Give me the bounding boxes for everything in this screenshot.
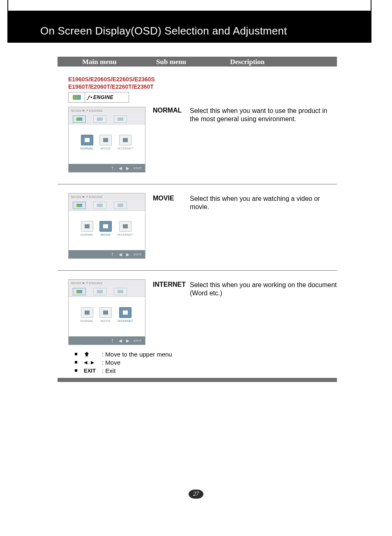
left-right-arrows-icon: ◀ , ▶ bbox=[84, 360, 102, 365]
osd-screenshot-movie: MODE▶𝑓•ENGINE NORMAL MOVIE INTERNET ⭡ ◀ … bbox=[68, 193, 145, 259]
osd-nav-bar: ⭡ ◀ ▶ EXIT bbox=[69, 250, 145, 258]
description-internet: Select this when you are working on the … bbox=[190, 281, 337, 297]
osd-tab-fengine bbox=[73, 202, 86, 209]
osd-item-normal: NORMAL bbox=[81, 221, 94, 236]
left-icon: ◀ bbox=[119, 166, 122, 170]
row-divider bbox=[58, 270, 337, 271]
osd-tabs bbox=[69, 114, 145, 124]
section-title-bar: On Screen Display(OSD) Selection and Adj… bbox=[7, 11, 371, 43]
osd-breadcrumb: MODE▶𝑓•ENGINE bbox=[69, 107, 145, 114]
legend-exit-text: : Exit bbox=[102, 367, 115, 374]
osd-breadcrumb: MODE▶𝑓•ENGINE bbox=[69, 193, 145, 200]
submenu-movie: MOVIE bbox=[153, 195, 174, 202]
column-main: Main menu bbox=[82, 58, 117, 66]
osd-tab-fengine bbox=[73, 288, 86, 295]
osd-screenshot-normal: MODE▶𝑓•ENGINE NORMAL MOVIE INTERNET ⭡ ◀ … bbox=[68, 107, 145, 173]
up-icon: ⭡ bbox=[111, 338, 115, 343]
osd-exit-label: EXIT bbox=[134, 339, 142, 343]
osd-tab-2 bbox=[93, 288, 106, 295]
legend-exit-symbol: EXIT bbox=[84, 368, 102, 374]
osd-tab-2 bbox=[93, 202, 106, 209]
osd-nav-bar: ⭡ ◀ ▶ EXIT bbox=[69, 336, 145, 345]
osd-tab-fengine bbox=[73, 115, 86, 123]
right-icon: ▶ bbox=[126, 252, 129, 257]
page-frame-top bbox=[0, 0, 392, 11]
right-icon: ▶ bbox=[126, 338, 129, 343]
up-icon: ⭡ bbox=[111, 252, 115, 257]
page-number-badge: 27 bbox=[0, 490, 392, 499]
submenu-normal: NORMAL bbox=[153, 107, 182, 114]
right-icon: ▶ bbox=[126, 166, 129, 170]
osd-tabs bbox=[69, 200, 145, 211]
f-engine-badge: 𝑓 •ENGINE bbox=[68, 92, 129, 103]
osd-nav-bar: ⭡ ◀ ▶ EXIT bbox=[69, 164, 145, 172]
page-number: 27 bbox=[193, 491, 199, 497]
models-line-2: E1960T/E2060T/E2260T/E2360T bbox=[68, 83, 155, 90]
navigation-legend: : Move to the upper menu ◀ , ▶ : Move EX… bbox=[75, 350, 172, 375]
legend-move-text: : Move bbox=[102, 359, 120, 366]
left-icon: ◀ bbox=[119, 252, 122, 257]
osd-item-normal: NORMAL bbox=[81, 135, 94, 150]
osd-tab-3 bbox=[114, 202, 127, 209]
osd-exit-label: EXIT bbox=[134, 253, 142, 256]
osd-tab-3 bbox=[114, 288, 127, 295]
f-engine-label: 𝑓 •ENGINE bbox=[85, 92, 129, 102]
column-sub: Sub menu bbox=[156, 58, 186, 66]
osd-screenshot-internet: MODE▶𝑓•ENGINE NORMAL MOVIE INTERNET ⭡ ◀ … bbox=[68, 279, 145, 345]
column-header-bar: Main menu Sub menu Description bbox=[58, 57, 337, 67]
section-title: On Screen Display(OSD) Selection and Adj… bbox=[40, 25, 287, 37]
osd-breadcrumb: MODE▶𝑓•ENGINE bbox=[69, 280, 145, 286]
osd-item-internet: INTERNET bbox=[118, 307, 133, 322]
osd-item-internet: INTERNET bbox=[118, 135, 133, 150]
osd-item-internet: INTERNET bbox=[118, 221, 133, 236]
osd-item-movie: MOVIE bbox=[99, 221, 112, 236]
description-movie: Select this when you are watching a vide… bbox=[190, 195, 337, 211]
submenu-internet: INTERNET bbox=[153, 281, 186, 288]
osd-tab-3 bbox=[114, 115, 127, 123]
model-numbers: E1960S/E2060S/E2260S/E2360S E1960T/E2060… bbox=[68, 76, 155, 90]
left-icon: ◀ bbox=[119, 338, 122, 343]
f-engine-icon bbox=[69, 92, 85, 102]
osd-item-normal: NORMAL bbox=[81, 307, 94, 322]
osd-exit-label: EXIT bbox=[134, 166, 142, 170]
osd-tab-2 bbox=[93, 115, 106, 123]
models-line-1: E1960S/E2060S/E2260S/E2360S bbox=[68, 76, 155, 83]
osd-item-movie: MOVIE bbox=[99, 307, 112, 322]
up-arrow-icon bbox=[84, 351, 102, 357]
legend-up-text: : Move to the upper menu bbox=[102, 351, 172, 358]
footer-bar bbox=[58, 378, 337, 382]
osd-item-movie: MOVIE bbox=[99, 135, 112, 150]
row-divider bbox=[58, 184, 337, 184]
up-icon: ⭡ bbox=[111, 166, 115, 170]
osd-tabs bbox=[69, 286, 145, 297]
description-normal: Select this when you want to use the pro… bbox=[190, 107, 337, 123]
column-desc: Description bbox=[230, 58, 265, 66]
